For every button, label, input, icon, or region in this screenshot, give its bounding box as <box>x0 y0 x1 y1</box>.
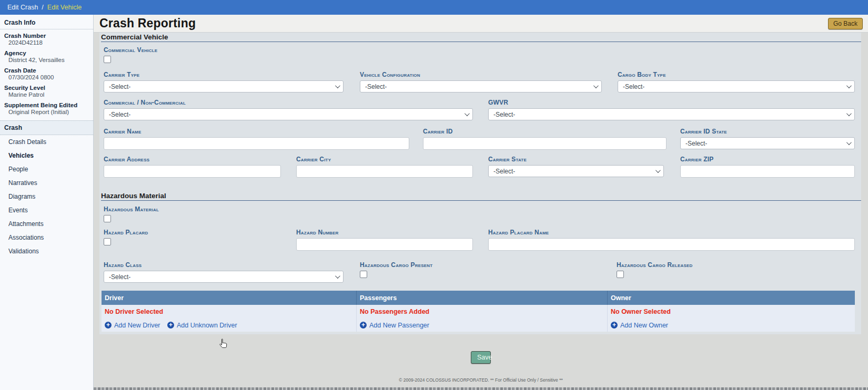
sidebar-item-attachments[interactable]: Attachments <box>0 217 93 231</box>
add-new-driver-link[interactable]: Add New Driver <box>105 322 160 329</box>
add-new-owner-link[interactable]: Add New Owner <box>611 322 668 329</box>
add-new-passenger-link[interactable]: Add New Passenger <box>360 322 429 329</box>
carrier-state-select[interactable]: -Select- <box>488 165 664 177</box>
carrier-state-label: Carrier State <box>488 156 664 163</box>
hazardous-material-label: Hazardous Material <box>104 206 159 213</box>
vehicle-form-panel: Commercial Vehicle Commercial Vehicle Ca… <box>99 33 861 334</box>
security-level-value: Marine Patrol <box>0 91 93 99</box>
hazardous-cargo-present-checkbox[interactable] <box>360 271 367 278</box>
breadcrumb-parent-link[interactable]: Edit Crash <box>7 4 38 11</box>
hazardous-material-section-header: Hazardous Material <box>101 192 861 201</box>
carrier-state-select-value: -Select- <box>493 168 515 175</box>
add-icon <box>360 322 367 329</box>
hazard-number-label: Hazard Number <box>296 229 473 236</box>
sidebar-title: Crash Info <box>0 15 93 29</box>
carrier-address-label: Carrier Address <box>104 156 281 163</box>
commercial-vehicle-section-header: Commercial Vehicle <box>101 33 861 42</box>
carrier-zip-label: Carrier ZIP <box>680 156 855 163</box>
commercial-non-commercial-label: Commercial / Non-Commercial <box>104 99 473 106</box>
cargo-body-type-select[interactable]: -Select- <box>618 80 855 93</box>
crash-date-value: 07/30/2024 0800 <box>0 74 93 81</box>
commercial-non-commercial-select[interactable]: -Select- <box>104 108 473 120</box>
carrier-zip-input[interactable] <box>680 165 855 178</box>
sidebar-item-validations[interactable]: Validations <box>0 244 93 258</box>
main-area: Crash Reporting Go Back Commercial Vehic… <box>94 15 868 390</box>
hazard-number-input[interactable] <box>296 238 473 251</box>
agency-label: Agency <box>0 47 93 57</box>
owner-column-header: Owner <box>608 291 855 305</box>
vehicle-configuration-label: Vehicle Configuration <box>360 71 602 78</box>
breadcrumb-current-link[interactable]: Edit Vehicle <box>47 4 82 11</box>
sidebar-item-events[interactable]: Events <box>0 203 93 217</box>
agency-value: District 42, Versailles <box>0 57 93 64</box>
footer-copyright: © 2009-2024 COLOSSUS INCORPORATED. ** Fo… <box>94 377 868 383</box>
carrier-city-label: Carrier City <box>296 156 473 163</box>
mouse-cursor-hand <box>219 338 227 349</box>
carrier-id-label: Carrier ID <box>423 128 667 135</box>
hazardous-material-checkbox[interactable] <box>104 215 111 222</box>
crash-number-value: 2024D42118 <box>0 39 93 47</box>
driver-column-header: Driver <box>102 291 357 305</box>
add-icon <box>105 322 112 329</box>
chevron-down-icon <box>335 273 340 279</box>
no-passengers-status: No Passengers Added <box>360 308 429 315</box>
gwvr-select[interactable]: -Select- <box>488 108 855 120</box>
people-table-actions-row: Add New Driver Add Unknown Driver Add Ne… <box>102 318 855 332</box>
no-owner-status: No Owner Selected <box>611 308 671 315</box>
hazard-placard-name-label: Hazard Placard Name <box>488 229 855 236</box>
hazard-class-select[interactable]: -Select- <box>104 271 344 283</box>
carrier-address-input[interactable] <box>104 165 281 178</box>
hazard-placard-name-input[interactable] <box>488 238 855 251</box>
gwvr-select-value: -Select- <box>493 111 515 118</box>
hazard-placard-checkbox[interactable] <box>104 238 111 245</box>
carrier-id-state-select-value: -Select- <box>685 140 707 147</box>
main-header: Crash Reporting Go Back <box>94 15 868 33</box>
add-icon <box>611 322 618 329</box>
chevron-down-icon <box>655 168 661 173</box>
sidebar-item-narratives[interactable]: Narratives <box>0 176 93 190</box>
sidebar-item-people[interactable]: People <box>0 162 93 176</box>
carrier-type-label: Carrier Type <box>104 71 344 78</box>
carrier-id-state-select[interactable]: -Select- <box>680 137 855 149</box>
crash-number-label: Crash Number <box>0 29 93 39</box>
carrier-name-label: Carrier Name <box>104 128 409 135</box>
cargo-body-type-select-value: -Select- <box>623 83 644 90</box>
carrier-id-input[interactable] <box>423 137 667 150</box>
carrier-type-select[interactable]: -Select- <box>104 80 344 93</box>
commercial-non-commercial-select-value: -Select- <box>109 111 130 118</box>
carrier-city-input[interactable] <box>296 165 473 178</box>
security-level-label: Security Level <box>0 81 93 91</box>
vehicle-configuration-select[interactable]: -Select- <box>360 80 602 93</box>
gwvr-label: GWVR <box>488 99 855 106</box>
people-table-status-row: No Driver Selected No Passengers Added N… <box>102 305 855 318</box>
sidebar: Crash Info Crash Number 2024D42118 Agenc… <box>0 15 94 390</box>
carrier-name-input[interactable] <box>104 137 409 150</box>
sidebar-item-associations[interactable]: Associations <box>0 231 93 244</box>
breadcrumb-separator: / <box>42 4 43 11</box>
hazard-placard-label: Hazard Placard <box>104 229 281 236</box>
passengers-column-header: Passengers <box>357 291 608 305</box>
sidebar-item-crash-details[interactable]: Crash Details <box>0 135 93 149</box>
add-unknown-driver-link[interactable]: Add Unknown Driver <box>167 322 237 329</box>
chevron-down-icon <box>335 83 340 88</box>
sidebar-item-diagrams[interactable]: Diagrams <box>0 190 93 203</box>
hazard-class-label: Hazard Class <box>104 261 344 269</box>
go-back-button[interactable]: Go Back <box>828 18 863 29</box>
sidebar-section-crash: Crash <box>0 120 93 135</box>
chevron-down-icon <box>593 83 599 88</box>
chevron-down-icon <box>846 140 852 145</box>
people-table-header: Driver Passengers Owner <box>102 291 855 305</box>
crash-date-label: Crash Date <box>0 64 93 74</box>
cargo-body-type-label: Cargo Body Type <box>618 71 855 78</box>
chevron-down-icon <box>846 83 852 88</box>
save-button[interactable]: Save <box>471 351 491 364</box>
supplement-label: Supplement Being Edited <box>0 99 93 109</box>
commercial-vehicle-checkbox[interactable] <box>104 56 111 63</box>
supplement-value: Original Report (Initial) <box>0 109 93 116</box>
footer-fineprint-cutoff <box>94 387 868 390</box>
sidebar-item-vehicles[interactable]: Vehicles <box>0 149 93 162</box>
hazardous-cargo-released-checkbox[interactable] <box>617 271 624 278</box>
people-table: Driver Passengers Owner No Driver Select… <box>102 291 855 332</box>
no-driver-status: No Driver Selected <box>105 308 163 315</box>
carrier-id-state-label: Carrier ID State <box>680 128 855 135</box>
